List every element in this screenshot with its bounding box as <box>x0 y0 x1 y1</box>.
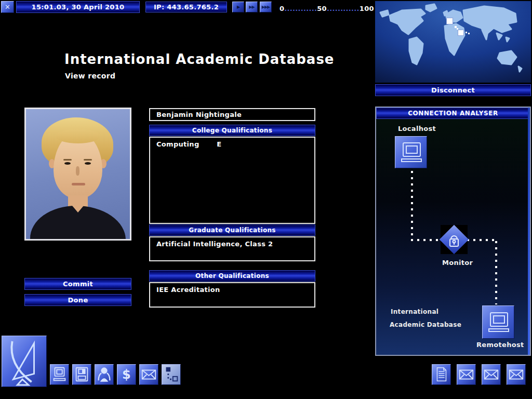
status-button[interactable] <box>95 364 114 385</box>
remote-name-line2: Academic Database <box>390 321 461 328</box>
record-photo <box>24 108 131 241</box>
graduate-qualifications-header: Graduate Qualifications <box>149 224 315 236</box>
datetime-text: 15:01.03, 30 April 2010 <box>32 3 125 11</box>
cpu-scale-dots: ............ <box>327 5 360 12</box>
page-title: International Academic Database <box>64 51 335 67</box>
uplink-logo <box>2 336 47 387</box>
clock-display: 15:01.03, 30 April 2010 <box>16 1 140 13</box>
fastest-forward-icon: ▶▶▶ <box>262 5 270 9</box>
monitor-security-node[interactable] <box>441 225 468 254</box>
college-qualifications-field[interactable]: Computing E <box>149 137 315 224</box>
other-qualifications-text: IEE Acreditation <box>150 283 314 294</box>
fast-forward-icon: ▶▶ <box>249 5 254 9</box>
record-name-field[interactable]: Benjamin Nightingale <box>149 108 315 121</box>
route-line-vertical-2 <box>495 241 497 304</box>
play-icon: ▶ <box>237 5 240 9</box>
speed-fastest-button[interactable]: ▶▶▶ <box>260 2 272 12</box>
hardware-button[interactable] <box>50 364 69 385</box>
other-qualifications-header: Other Qualifications <box>149 270 315 282</box>
envelope-icon <box>457 364 475 385</box>
graduate-qualifications-field[interactable]: Artificial Intelligence, Class 2 <box>149 236 315 261</box>
remotehost-computer-icon[interactable] <box>482 305 514 339</box>
world-map-graphic <box>375 1 531 83</box>
analyser-title-bar: CONNECTION ANALYSER <box>376 108 530 119</box>
commit-button[interactable]: Commit <box>24 278 131 290</box>
ip-text: IP: 443.65.765.2 <box>154 3 219 11</box>
envelope-icon <box>140 364 158 385</box>
college-qualifications-text: Computing E <box>150 138 314 148</box>
lan-view-button[interactable] <box>162 364 181 385</box>
person-icon <box>95 364 113 385</box>
close-icon: ✕ <box>5 3 10 11</box>
lan-icon <box>162 364 180 385</box>
news-button[interactable] <box>432 364 451 385</box>
remotehost-label: Remotehost <box>476 341 524 349</box>
satellite-dish-icon <box>2 336 46 387</box>
localhost-computer-icon[interactable] <box>395 136 427 168</box>
cpu-scale-50: 50 <box>317 5 327 12</box>
floppy-disk-icon <box>73 364 91 385</box>
localhost-label: Localhost <box>398 125 436 132</box>
done-button[interactable]: Done <box>24 294 131 306</box>
uplink-screen: ✕ 15:01.03, 30 April 2010 IP: 443.65.765… <box>0 0 532 399</box>
page-subtitle: View record <box>65 72 115 80</box>
college-qualifications-header: College Qualifications <box>149 125 315 136</box>
cpu-usage-scale[interactable]: 0............50............100 <box>280 5 374 12</box>
news-document-icon <box>432 364 450 385</box>
other-qualifications-field[interactable]: IEE Acreditation <box>149 282 315 308</box>
software-button[interactable] <box>72 364 91 385</box>
dollar-icon: $ <box>122 367 131 382</box>
close-button[interactable]: ✕ <box>1 1 14 13</box>
world-map[interactable] <box>375 1 531 83</box>
map-route-node[interactable] <box>447 18 453 24</box>
graduate-qualifications-text: Artificial Intelligence, Class 2 <box>150 237 314 248</box>
connection-analyser-panel: CONNECTION ANALYSER Localhost Monitor <box>375 107 531 356</box>
remote-name-line1: International <box>391 308 438 315</box>
ip-display: IP: 443.65.765.2 <box>145 2 227 12</box>
speed-normal-button[interactable]: ▶ <box>232 2 244 12</box>
cpu-scale-100: 100 <box>360 5 374 12</box>
email-button[interactable] <box>482 364 501 385</box>
envelope-icon <box>482 364 500 385</box>
send-mail-button[interactable] <box>139 364 158 385</box>
monitor-label: Monitor <box>442 259 473 267</box>
lock-icon <box>441 225 468 254</box>
route-line-vertical-1 <box>411 171 413 240</box>
computer-icon <box>50 364 69 385</box>
speed-fast-button[interactable]: ▶▶ <box>246 2 258 12</box>
panel-edge-highlight <box>528 108 530 355</box>
email-button[interactable] <box>507 364 526 385</box>
record-name-text: Benjamin Nightingale <box>150 109 314 118</box>
envelope-icon <box>507 364 525 385</box>
email-button[interactable] <box>457 364 476 385</box>
disconnect-button[interactable]: Disconnect <box>375 84 531 96</box>
cpu-scale-0: 0 <box>280 5 284 12</box>
finance-button[interactable]: $ <box>117 364 136 385</box>
cpu-scale-dots: ............ <box>284 5 317 12</box>
map-route-node[interactable] <box>458 30 463 35</box>
